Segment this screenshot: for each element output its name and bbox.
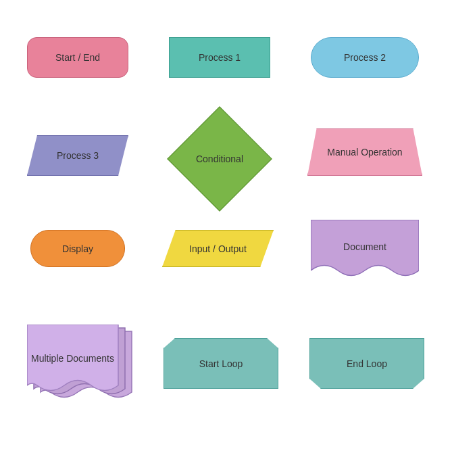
start-loop-label: Start Loop — [164, 338, 278, 389]
manual-operation-wrapper[interactable]: Manual Operation — [307, 128, 422, 176]
end-loop-text: End Loop — [347, 358, 387, 369]
start-end-label: Start / End — [55, 52, 100, 63]
process1-label: Process 1 — [199, 52, 241, 63]
document-text: Document — [343, 241, 386, 252]
process2-label: Process 2 — [344, 52, 386, 63]
process3-shape[interactable]: Process 3 — [27, 135, 128, 176]
process2-shape[interactable]: Process 2 — [311, 37, 419, 78]
input-output-label: Input / Output — [162, 230, 274, 267]
multiple-documents-text: Multiple Documents — [31, 353, 114, 364]
start-loop-text: Start Loop — [199, 358, 243, 369]
display-label: Display — [62, 243, 93, 254]
start-loop-wrapper[interactable]: Start Loop — [164, 338, 278, 389]
input-output-text: Input / Output — [189, 243, 247, 254]
end-loop-label: End Loop — [309, 338, 424, 389]
document-label: Document — [311, 220, 419, 274]
canvas: Start / End Process 1 Process 2 Process … — [0, 0, 452, 476]
end-loop-wrapper[interactable]: End Loop — [309, 338, 424, 389]
conditional-wrapper[interactable]: Conditional — [166, 112, 274, 206]
conditional-label: Conditional — [166, 112, 274, 206]
manual-operation-text: Manual Operation — [327, 147, 402, 158]
manual-operation-label: Manual Operation — [307, 128, 422, 176]
multiple-documents-wrapper[interactable]: Multiple Documents — [27, 325, 145, 406]
document-wrapper[interactable]: Document — [311, 220, 419, 281]
multiple-documents-label: Multiple Documents — [27, 331, 118, 385]
process1-shape[interactable]: Process 1 — [169, 37, 270, 78]
process3-label: Process 3 — [57, 150, 99, 161]
display-shape[interactable]: Display — [30, 230, 125, 267]
conditional-text: Conditional — [196, 153, 243, 164]
start-end-shape[interactable]: Start / End — [27, 37, 128, 78]
input-output-wrapper[interactable]: Input / Output — [162, 230, 274, 267]
